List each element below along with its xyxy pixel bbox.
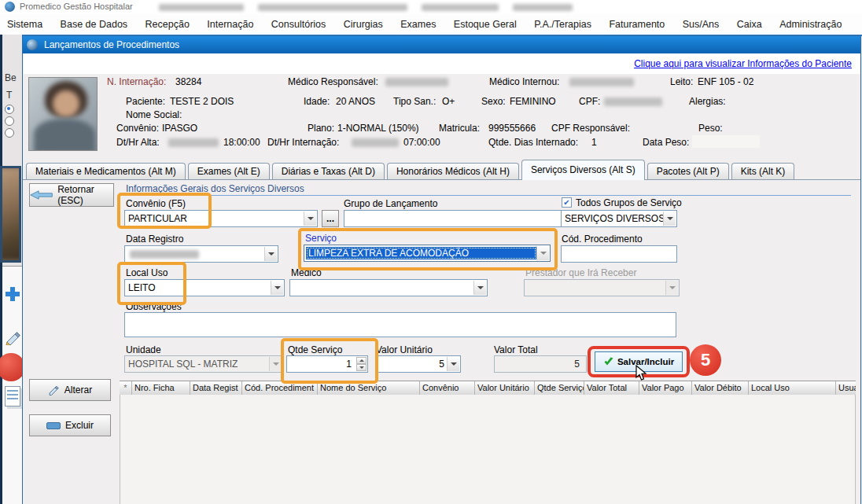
menu-recepcao[interactable]: Recepção xyxy=(138,14,197,35)
tab-label: Pacotes (Alt P) xyxy=(657,166,720,177)
unidade-label: Unidade xyxy=(126,344,161,355)
browse-convenio-button[interactable]: ... xyxy=(322,210,339,227)
convenio-info-label: Convênio: xyxy=(116,123,159,134)
dthr-internacao-time: 07:00:00 xyxy=(403,137,440,148)
background-radio[interactable] xyxy=(5,105,14,114)
menu-consultorios[interactable]: Consultórios xyxy=(264,14,333,35)
grid-col-star[interactable]: * xyxy=(120,381,132,395)
tab-pacotes[interactable]: Pacotes (Alt P) xyxy=(647,163,729,180)
tipo-san-label: Tipo San.: xyxy=(393,96,436,107)
matricula-label: Matricula: xyxy=(439,123,480,134)
redacted-version-text xyxy=(422,4,499,11)
todos-grupos-label: Todos Grupos de Serviço xyxy=(576,197,682,208)
medico-combobox[interactable] xyxy=(289,279,488,296)
stepper-down-icon[interactable] xyxy=(356,364,367,371)
background-radio[interactable] xyxy=(5,128,14,138)
menu-sistema[interactable]: Sistema xyxy=(0,14,50,35)
dthr-alta-time: 18:00:00 xyxy=(223,137,260,148)
tab-label: Kits (Alt K) xyxy=(741,166,786,177)
todos-grupos-checkbox[interactable]: ✔ xyxy=(562,197,572,208)
valor-unitario-label: Valor Unitário xyxy=(376,344,433,355)
grid-col-nro-ficha[interactable]: Nro. Ficha xyxy=(132,381,190,395)
grid-col-usuario[interactable]: Usuário xyxy=(836,381,856,395)
data-peso-label: Data Peso: xyxy=(643,137,689,148)
menu-cirurgias[interactable]: Cirurgias xyxy=(337,14,390,35)
convenio-info-value: IPASGO xyxy=(162,123,197,134)
redacted-medico-internou xyxy=(569,78,634,86)
results-grid-body[interactable] xyxy=(120,395,856,504)
grid-col-valor-unitario[interactable]: Valor Unitário xyxy=(475,381,535,395)
grid-col-valor-total[interactable]: Valor Total xyxy=(584,381,639,395)
minus-icon xyxy=(46,422,61,429)
cod-procedimento-input[interactable] xyxy=(561,245,677,263)
menubar: Sistema Base de Dados Recepção Internaçã… xyxy=(0,14,862,36)
grid-col-label: Qtde Serviço xyxy=(537,383,584,392)
tab-diarias-taxas[interactable]: Diárias e Taxas (Alt D) xyxy=(272,163,385,180)
tab-servicos-diversos[interactable]: Serviços Diversos (Alt S) xyxy=(521,160,645,180)
menu-caixa[interactable]: Caixa xyxy=(730,14,769,35)
convenio-combobox[interactable]: PARTICULAR xyxy=(124,210,318,227)
menu-administracao[interactable]: Administração xyxy=(772,14,849,35)
grid-col-valor-debito[interactable]: Valor Débito xyxy=(692,381,749,395)
qtde-dias-label: Qtde. Dias Internado: xyxy=(488,137,578,148)
grid-col-local-uso[interactable]: Local Uso xyxy=(749,381,836,395)
menu-exames[interactable]: Exames xyxy=(393,14,443,35)
menu-base-de-dados[interactable]: Base de Dados xyxy=(53,14,134,35)
data-registro-combobox[interactable] xyxy=(124,245,278,263)
grid-col-nome-servico[interactable]: Nome do Serviço xyxy=(318,381,420,395)
excluir-button[interactable]: Excluir xyxy=(29,414,111,436)
window-icon xyxy=(27,39,38,50)
valor-total-value: 5 xyxy=(574,359,580,370)
menu-internacao[interactable]: Internação xyxy=(200,14,260,35)
background-window-strip: Be T xyxy=(0,35,22,504)
valor-total-field: 5 xyxy=(494,355,587,373)
tab-honorarios-medicos[interactable]: Honorários Médicos (Alt H) xyxy=(387,163,519,180)
app-titlebar: Promedico Gestão Hospitalar xyxy=(0,0,862,14)
tab-exames[interactable]: Exames (Alt E) xyxy=(188,163,270,180)
servico-combobox[interactable]: LIMPEZA EXTRA DE ACOMODAÇÃO xyxy=(304,245,551,262)
grupo-servico-combobox[interactable]: SERVIÇOS DIVERSOS xyxy=(561,210,677,227)
background-radio[interactable] xyxy=(5,116,14,126)
redacted-data-internacao xyxy=(352,138,399,147)
cpf-label: CPF: xyxy=(579,96,600,107)
valor-total-label: Valor Total xyxy=(494,344,538,355)
observacoes-label: Observações xyxy=(126,301,182,312)
grid-col-label: Valor Débito xyxy=(694,383,742,392)
grid-col-valor-pago[interactable]: Valor Pago xyxy=(639,381,692,395)
grid-col-data-registro[interactable]: Data Regist xyxy=(190,381,242,395)
unidade-value: HOSPITAL SQL - MATRIZ xyxy=(128,359,238,370)
menu-estoque-geral[interactable]: Estoque Geral xyxy=(447,14,524,35)
grid-col-cod-procedimento[interactable]: Cód. Procediment xyxy=(242,381,318,395)
menu-sus-ans[interactable]: Sus/Ans xyxy=(676,14,727,35)
retornar-button[interactable]: Retornar (ESC) xyxy=(29,183,114,207)
alterar-button[interactable]: Alterar xyxy=(29,379,111,401)
observacoes-textarea[interactable] xyxy=(124,312,676,337)
tab-materiais-medicamentos[interactable]: Materiais e Medicamentos (Alt M) xyxy=(26,163,186,180)
dropdown-arrow-icon xyxy=(447,357,459,371)
grid-col-label: Local Uso xyxy=(751,383,790,392)
documents-stack-icon[interactable] xyxy=(5,386,20,407)
paciente-label: Paciente: xyxy=(126,96,165,107)
window-titlebar[interactable]: Lançamentos de Procedimentos xyxy=(23,36,860,53)
grupo-servico-value: SERVIÇOS DIVERSOS xyxy=(565,213,665,224)
convenio-value: PARTICULAR xyxy=(128,213,187,224)
qtde-servico-stepper[interactable]: 1 xyxy=(286,355,368,373)
edit-pencil-icon[interactable] xyxy=(5,329,20,345)
stepper-up-icon[interactable] xyxy=(356,357,367,364)
add-icon[interactable] xyxy=(6,287,20,301)
local-uso-combobox[interactable]: LEITO xyxy=(124,279,285,296)
valor-unitario-value: 5 xyxy=(439,359,444,370)
tab-kits[interactable]: Kits (Alt K) xyxy=(731,163,795,180)
grid-col-convenio[interactable]: Convênio xyxy=(420,381,475,395)
dropdown-arrow-icon xyxy=(269,357,282,371)
tipo-san-value: O+ xyxy=(442,96,455,107)
valor-unitario-combobox[interactable]: 5 xyxy=(376,355,461,373)
grid-col-qtde-servico[interactable]: Qtde Serviço xyxy=(535,381,584,395)
redacted-version-text xyxy=(159,4,244,11)
patient-info-link[interactable]: Clique aqui para visualizar Informações … xyxy=(634,58,852,69)
menu-faturamento[interactable]: Faturamento xyxy=(602,14,672,35)
menu-pa-terapias[interactable]: P.A./Terapias xyxy=(527,14,599,35)
idade-label: Idade: xyxy=(304,96,330,107)
grid-col-label: Convênio xyxy=(422,383,459,392)
alergias-label: Alergias: xyxy=(689,96,726,107)
